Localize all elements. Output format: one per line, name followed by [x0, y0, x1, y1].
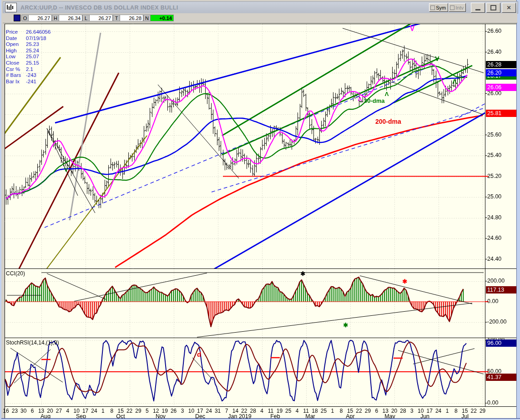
quote-field-value: 26.28 — [120, 15, 143, 21]
sym-button[interactable]: Sym — [429, 3, 448, 12]
quote-field-value: 26.34 — [59, 15, 82, 21]
quote-field-label: L — [82, 15, 90, 21]
chart-icon — [5, 3, 17, 12]
price-axis-tick: 25.00 — [487, 193, 501, 200]
price-axis-tick: 26.40 — [487, 49, 501, 55]
asterisk-marker: ✱ — [301, 270, 306, 277]
x-axis-day-label: 22 — [471, 408, 477, 414]
price-axis-tick: 24.40 — [487, 256, 501, 262]
x-axis-day-label: 29 — [480, 408, 485, 414]
window-right-border — [516, 0, 520, 420]
price-axis-badge: 26.06 — [486, 84, 517, 91]
price-axis-tick: 25.60 — [487, 132, 501, 138]
x-axis-day-label: 4 — [296, 408, 299, 414]
x-axis-day-label: 3 — [410, 408, 414, 414]
x-axis-day-label: 3 — [181, 408, 184, 414]
x-axis-day-label: 5 — [146, 408, 149, 414]
x-axis-day-label: 29 — [135, 408, 141, 414]
price-axis-tick: 24.80 — [487, 214, 501, 221]
trade-signal-marker: Λ — [358, 96, 362, 102]
x-axis-day-label: 26 — [171, 408, 177, 414]
quote-field-value: 26.27 — [90, 15, 113, 21]
trade-signal-marker: V — [435, 56, 439, 62]
x-axis-day-label: 8 — [110, 408, 113, 414]
window-bottom-border — [1, 418, 520, 420]
trade-signal-marker: Λ — [385, 91, 389, 97]
cursor-info-panel: Price26.646056Date07/19/18Open25.23High2… — [6, 29, 50, 85]
info-row: Date07/19/18 — [6, 35, 50, 42]
minimize-button[interactable] — [471, 3, 485, 13]
x-axis-day-label: 30 — [20, 408, 26, 414]
cci-axis-tick: 0.00 — [487, 298, 498, 304]
price-axis-badge: 25.81 — [486, 110, 517, 117]
quote-field-label: N — [143, 15, 151, 21]
quote-field-label: O — [21, 15, 29, 21]
info-row: High25.24 — [6, 48, 50, 54]
x-axis-day-label: 8 — [454, 408, 458, 414]
quote-field-value: +0.14 — [151, 15, 174, 21]
price-axis-tick: 24.60 — [487, 235, 501, 241]
intv-button-icon — [450, 5, 454, 10]
minimize-icon — [475, 9, 480, 10]
x-axis-day-label: 10 — [188, 408, 194, 414]
info-row: Low25.07 — [6, 54, 50, 60]
price-axis-tick: 25.20 — [487, 173, 501, 179]
window-title: ARCX:UUP,D -- INVESCO DB US DOLLAR INDEX… — [20, 5, 178, 11]
x-axis-day-label: 16 — [3, 408, 9, 414]
price-axis-badge: 26.20 — [486, 69, 517, 76]
info-row: Price26.646056 — [6, 29, 50, 35]
price-axis-tick: 26.60 — [487, 28, 501, 34]
app-window: ARCX:UUP,D -- INVESCO DB US DOLLAR INDEX… — [0, 0, 520, 420]
x-axis-day-label: 1 — [101, 408, 105, 414]
x-axis-day-label: 8 — [340, 408, 343, 414]
intv-button-label: Intv — [455, 5, 464, 10]
info-row: Bar Ix-241 — [6, 79, 50, 85]
chart-canvas[interactable] — [1, 0, 520, 420]
trade-signal-marker: Λ — [452, 78, 456, 85]
quote-cells: O26.27H26.34L26.27T26.28N+0.14 — [21, 15, 174, 21]
x-axis-day-label: 4 — [66, 408, 69, 414]
x-axis-day-label: 27 — [56, 408, 62, 414]
x-axis-day-label: 1 — [331, 408, 334, 414]
x-axis-day-label: 31 — [215, 408, 221, 414]
title-bar[interactable]: ARCX:UUP,D -- INVESCO DB US DOLLAR INDEX… — [3, 1, 518, 14]
quote-field-label: T — [113, 15, 120, 21]
quote-bar: O26.27H26.34L26.27T26.28N+0.14 — [3, 13, 517, 23]
x-axis-day-label: 23 — [12, 408, 18, 414]
price-axis-badge: 26.28 — [486, 61, 517, 68]
x-axis-day-label: 6 — [375, 408, 378, 414]
divergence-label: d — [197, 350, 201, 358]
x-axis-day-label: 28 — [400, 408, 406, 414]
info-row: Open25.23 — [6, 41, 50, 48]
x-axis-day-label: 4 — [260, 408, 263, 414]
price-axis-tick: 25.40 — [487, 152, 501, 158]
info-row: Close25.15 — [6, 60, 50, 66]
close-button[interactable]: ✕ — [502, 3, 516, 13]
x-axis-day-label: 1 — [446, 408, 449, 414]
x-axis-day-label: 25 — [321, 408, 327, 414]
x-axis-day-label: 25 — [285, 408, 291, 414]
stoch-axis-tick: 0.00 — [487, 400, 498, 406]
x-axis-day-label: 6 — [31, 408, 34, 414]
x-axis-day-label: 22 — [356, 408, 362, 414]
sym-button-icon — [430, 5, 435, 10]
cci-panel-label: CCI(20) — [6, 270, 25, 277]
restore-icon — [490, 5, 496, 10]
quote-symbol-swatch — [14, 15, 20, 21]
asterisk-marker: ✱ — [343, 322, 348, 329]
asterisk-marker: ✱ — [403, 278, 408, 285]
intv-button[interactable]: Intv — [449, 3, 466, 12]
info-row: # Bars-243 — [6, 72, 50, 79]
quote-field-value: 26.27 — [29, 15, 52, 21]
stoch-axis-badge: 96.00 — [486, 339, 517, 347]
x-axis-day-label: 24 — [435, 408, 441, 414]
restore-button[interactable] — [486, 3, 500, 13]
cci-axis-tick: -200.00 — [487, 319, 506, 325]
x-axis-day-label: 24 — [206, 408, 212, 414]
x-axis-day-label: 24 — [91, 408, 97, 414]
ma30-label: 30-dma — [364, 97, 385, 104]
stochrsi-panel-label: StochRSI(14,14,(1),9) — [6, 339, 59, 346]
x-axis-day-label: 22 — [126, 408, 132, 414]
x-axis-day-label: 29 — [365, 408, 371, 414]
cci-axis-tick: 200.00 — [487, 278, 505, 284]
